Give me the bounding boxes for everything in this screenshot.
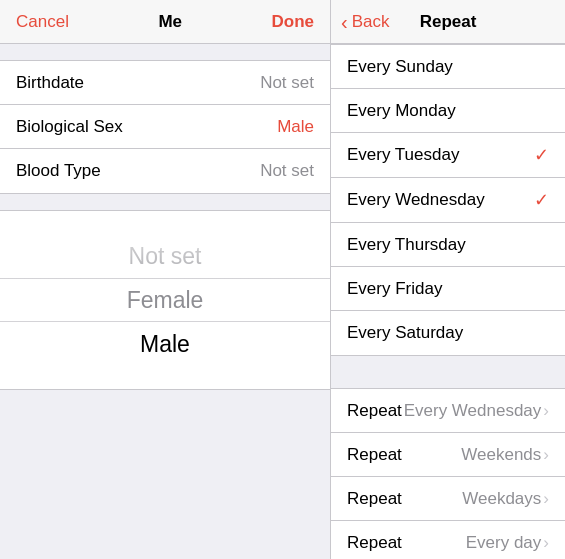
repeat-label: Repeat	[347, 445, 402, 465]
day-label: Every Tuesday	[347, 145, 459, 165]
day-row[interactable]: Every Sunday	[331, 45, 565, 89]
form-group: BirthdateNot setBiological SexMaleBlood …	[0, 60, 330, 194]
left-header: Cancel Me Done	[0, 0, 330, 44]
day-row[interactable]: Every Tuesday✓	[331, 133, 565, 178]
picker-section[interactable]: Not setFemaleMale	[0, 210, 330, 390]
form-value: Not set	[260, 161, 314, 181]
picker-selection-line	[0, 278, 330, 322]
day-row[interactable]: Every Friday	[331, 267, 565, 311]
day-row[interactable]: Every Monday	[331, 89, 565, 133]
repeat-value-row: Every Wednesday›	[404, 401, 549, 421]
picker-item[interactable]: Male	[0, 322, 330, 366]
repeat-value-row: Every day›	[466, 533, 549, 553]
day-row[interactable]: Every Wednesday✓	[331, 178, 565, 223]
repeat-value: Every Wednesday	[404, 401, 542, 421]
repeat-row[interactable]: RepeatWeekends›	[331, 433, 565, 477]
right-header: ‹ Back Repeat	[331, 0, 565, 44]
repeat-value-row: Weekdays›	[462, 489, 549, 509]
form-value: Male	[277, 117, 314, 137]
right-content: Every SundayEvery MondayEvery Tuesday✓Ev…	[331, 44, 565, 559]
day-label: Every Saturday	[347, 323, 463, 343]
form-row[interactable]: Blood TypeNot set	[0, 149, 330, 193]
repeat-group: RepeatEvery Wednesday›RepeatWeekends›Rep…	[331, 388, 565, 559]
left-panel: Cancel Me Done BirthdateNot setBiologica…	[0, 0, 330, 559]
chevron-right-icon: ›	[543, 533, 549, 553]
done-button[interactable]: Done	[271, 12, 314, 32]
chevron-right-icon: ›	[543, 489, 549, 509]
picker-inner: Not setFemaleMale	[0, 211, 330, 389]
picker-item[interactable]: Not set	[0, 234, 330, 278]
repeat-row[interactable]: RepeatWeekdays›	[331, 477, 565, 521]
form-label: Birthdate	[16, 73, 84, 93]
form-value: Not set	[260, 73, 314, 93]
right-header-title: Repeat	[420, 12, 477, 32]
back-button[interactable]: ‹ Back	[341, 12, 389, 32]
repeat-value: Every day	[466, 533, 542, 553]
day-row[interactable]: Every Saturday	[331, 311, 565, 355]
day-label: Every Sunday	[347, 57, 453, 77]
form-row[interactable]: Biological SexMale	[0, 105, 330, 149]
day-row[interactable]: Every Thursday	[331, 223, 565, 267]
cancel-button[interactable]: Cancel	[16, 12, 69, 32]
day-label: Every Monday	[347, 101, 456, 121]
repeat-value: Weekdays	[462, 489, 541, 509]
left-content: BirthdateNot setBiological SexMaleBlood …	[0, 44, 330, 559]
back-label: Back	[352, 12, 390, 32]
right-panel: ‹ Back Repeat Every SundayEvery MondayEv…	[330, 0, 565, 559]
repeat-label: Repeat	[347, 489, 402, 509]
spacer-1	[331, 356, 565, 372]
left-header-title: Me	[158, 12, 182, 32]
form-label: Blood Type	[16, 161, 101, 181]
chevron-left-icon: ‹	[341, 12, 348, 32]
repeat-value: Weekends	[461, 445, 541, 465]
checkmark-icon: ✓	[534, 189, 549, 211]
day-label: Every Friday	[347, 279, 442, 299]
day-label: Every Wednesday	[347, 190, 485, 210]
repeat-row[interactable]: RepeatEvery Wednesday›	[331, 389, 565, 433]
repeat-value-row: Weekends›	[461, 445, 549, 465]
repeat-row[interactable]: RepeatEvery day›	[331, 521, 565, 559]
day-label: Every Thursday	[347, 235, 466, 255]
repeat-label: Repeat	[347, 401, 402, 421]
chevron-right-icon: ›	[543, 445, 549, 465]
checkmark-icon: ✓	[534, 144, 549, 166]
form-row[interactable]: BirthdateNot set	[0, 61, 330, 105]
days-group: Every SundayEvery MondayEvery Tuesday✓Ev…	[331, 44, 565, 356]
chevron-right-icon: ›	[543, 401, 549, 421]
form-label: Biological Sex	[16, 117, 123, 137]
repeat-label: Repeat	[347, 533, 402, 553]
